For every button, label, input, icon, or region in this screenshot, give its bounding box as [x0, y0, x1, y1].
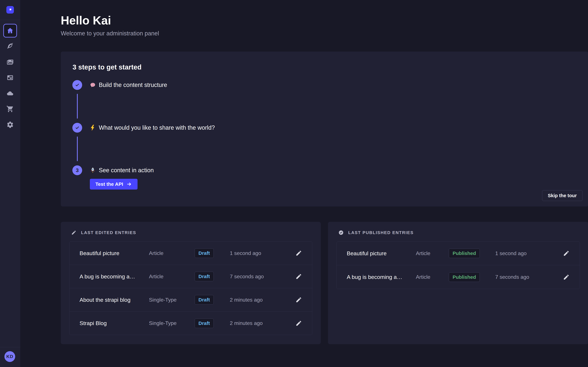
table-row: Beautiful picture Article Draft 1 second…	[69, 242, 312, 265]
entry-time: 2 minutes ago	[230, 320, 286, 326]
entry-type: Article	[149, 250, 195, 256]
images-icon	[6, 58, 14, 66]
last-edited-title: LAST EDITED ENTRIES	[81, 230, 136, 235]
entry-title: A bug is becoming a…	[347, 274, 416, 280]
last-published-header: LAST PUBLISHED ENTRIES	[338, 230, 414, 235]
entry-type: Article	[416, 250, 449, 256]
entry-time: 2 minutes ago	[230, 297, 286, 303]
table-row: Strapi Blog Single-Type Draft 2 minutes …	[69, 312, 312, 335]
table-row: A bug is becoming a… Article Draft 7 sec…	[69, 265, 312, 288]
table-row: Beautiful picture Article Published 1 se…	[337, 242, 580, 265]
sidebar-item-settings[interactable]	[3, 118, 17, 132]
entry-title: Beautiful picture	[79, 250, 149, 256]
tour-step-2: What would you like to share with the wo…	[72, 123, 215, 133]
pencil-icon	[563, 250, 570, 257]
last-edited-table: Beautiful picture Article Draft 1 second…	[69, 242, 312, 335]
layout-icon	[6, 74, 14, 81]
sidebar-item-home[interactable]	[3, 24, 17, 38]
pencil-icon	[295, 273, 302, 280]
feather-icon	[6, 42, 14, 50]
tour-step-1: Build the content structure	[72, 80, 167, 90]
home-icon	[6, 27, 14, 34]
entry-title: Strapi Blog	[79, 320, 149, 326]
table-row: A bug is becoming a… Article Published 7…	[337, 265, 580, 289]
entry-time: 1 second ago	[495, 250, 553, 256]
step-1-done-circle	[72, 80, 82, 90]
sidebar-item-marketplace[interactable]	[3, 102, 17, 116]
status-badge: Published	[449, 272, 480, 282]
edit-entry-button[interactable]	[562, 249, 571, 258]
gear-icon	[6, 121, 14, 128]
edit-entry-button[interactable]	[294, 296, 303, 304]
status-badge: Draft	[195, 295, 214, 305]
strapi-logo-icon	[8, 7, 13, 12]
pencil-icon	[295, 320, 302, 326]
step-1-label: Build the content structure	[89, 82, 167, 88]
entry-time: 7 seconds ago	[230, 274, 286, 280]
status-badge: Draft	[195, 272, 214, 281]
entry-title: A bug is becoming a…	[79, 273, 149, 280]
pencil-icon	[295, 250, 302, 256]
strapi-logo[interactable]	[6, 6, 14, 14]
entry-title: Beautiful picture	[347, 250, 416, 257]
sidebar-item-media-library[interactable]	[3, 55, 17, 69]
page-subtitle: Welcome to your administration panel	[61, 30, 159, 37]
main-content: Hello Kai Welcome to your administration…	[20, 0, 588, 367]
sidebar-nav	[0, 24, 20, 132]
entry-type: Single-Type	[149, 320, 195, 326]
last-published-entries-panel: LAST PUBLISHED ENTRIES Beautiful picture…	[328, 222, 588, 344]
step-3-label: See content in action	[89, 167, 154, 174]
check-icon	[75, 125, 80, 130]
sidebar-item-cloud[interactable]	[3, 86, 17, 100]
step-3-number: 3	[76, 167, 79, 173]
sidebar-item-content-manager[interactable]	[3, 40, 17, 53]
entry-type: Article	[149, 274, 195, 280]
arrow-right-icon	[126, 181, 132, 187]
cloud-icon	[6, 90, 14, 97]
guided-tour-card: 3 steps to get started Build the content…	[61, 51, 588, 207]
guided-tour-title: 3 steps to get started	[72, 63, 141, 71]
brain-icon	[89, 82, 96, 88]
test-the-api-button[interactable]: Test the API	[90, 179, 138, 190]
sidebar-divider-top	[0, 20, 20, 20]
step-connector-2	[77, 136, 78, 161]
skip-the-tour-button[interactable]: Skip the tour	[542, 190, 582, 201]
edit-entry-button[interactable]	[294, 249, 303, 257]
rocket-icon	[89, 167, 96, 174]
entry-time: 1 second ago	[230, 250, 286, 256]
page-title: Hello Kai	[61, 14, 111, 27]
last-published-title: LAST PUBLISHED ENTRIES	[348, 230, 414, 235]
tour-step-3: 3 See content in action	[72, 165, 154, 175]
last-edited-entries-panel: LAST EDITED ENTRIES Beautiful picture Ar…	[61, 222, 321, 344]
lightning-icon	[89, 124, 96, 131]
step-3-number-circle: 3	[72, 165, 82, 175]
check-icon	[75, 83, 80, 87]
sidebar-divider-bottom	[0, 347, 20, 347]
edit-entry-button[interactable]	[294, 319, 303, 327]
pencil-icon	[563, 274, 570, 280]
entry-title: About the strapi blog	[79, 297, 149, 303]
sidebar-item-content-type-builder[interactable]	[3, 71, 17, 84]
sidebar: KD	[0, 0, 20, 367]
step-connector-1	[77, 94, 78, 119]
table-row: About the strapi blog Single-Type Draft …	[69, 288, 312, 312]
entry-time: 7 seconds ago	[495, 274, 553, 280]
edit-entry-button[interactable]	[562, 273, 571, 281]
edit-entry-button[interactable]	[294, 272, 303, 281]
status-badge: Draft	[195, 248, 214, 258]
user-avatar[interactable]: KD	[4, 351, 15, 362]
cart-icon	[6, 105, 14, 113]
entry-type: Article	[416, 274, 449, 280]
check-circle-icon	[338, 230, 344, 235]
step-2-done-circle	[72, 123, 82, 133]
last-edited-header: LAST EDITED ENTRIES	[71, 230, 136, 235]
status-badge: Published	[449, 249, 480, 258]
step-2-label: What would you like to share with the wo…	[89, 124, 215, 131]
pencil-icon	[71, 230, 77, 235]
entry-type: Single-Type	[149, 297, 195, 303]
pencil-icon	[295, 297, 302, 303]
last-published-table: Beautiful picture Article Published 1 se…	[337, 242, 580, 289]
status-badge: Draft	[195, 318, 214, 328]
